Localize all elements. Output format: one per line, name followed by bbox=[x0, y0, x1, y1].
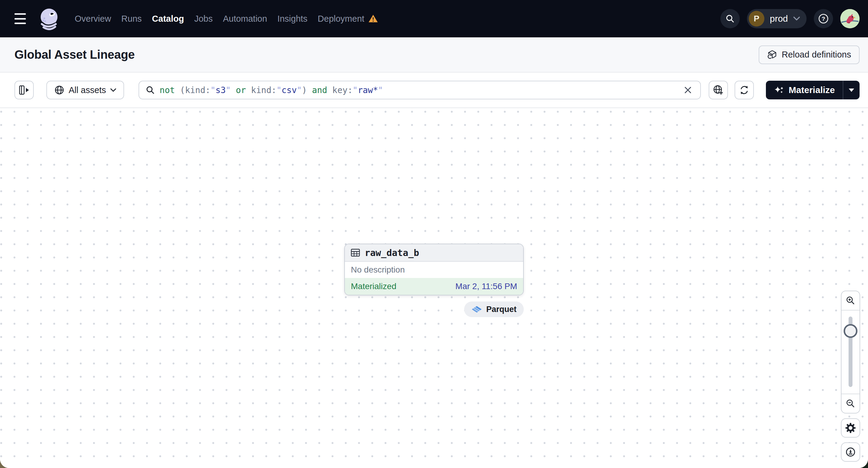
zoom-slider[interactable] bbox=[841, 311, 860, 394]
lineage-toolbar: All assets not (kind:"s3" or kind:"csv")… bbox=[0, 72, 868, 108]
environment-avatar: P bbox=[749, 11, 765, 27]
asset-node-group: raw_data_b No description Materialized M… bbox=[344, 244, 524, 317]
chevron-down-icon bbox=[110, 88, 116, 92]
page-header: Global Asset Lineage Reload definitions bbox=[0, 37, 868, 72]
asset-filter-input[interactable]: not (kind:"s3" or kind:"csv") and key:"r… bbox=[138, 81, 701, 99]
page-title: Global Asset Lineage bbox=[14, 48, 135, 61]
gear-icon bbox=[845, 423, 856, 433]
help-button[interactable]: ? bbox=[814, 9, 833, 28]
nav-item-deployment[interactable]: Deployment bbox=[318, 14, 378, 24]
table-icon bbox=[350, 248, 361, 258]
zoom-controls bbox=[841, 291, 860, 413]
clear-filter-button[interactable] bbox=[682, 84, 693, 96]
asset-status-row: Materialized Mar 2, 11:56 PM bbox=[345, 278, 523, 295]
zoom-out-button[interactable] bbox=[841, 394, 860, 413]
asset-scope-dropdown[interactable]: All assets bbox=[46, 81, 124, 99]
download-icon bbox=[845, 447, 856, 457]
canvas-settings-button[interactable] bbox=[841, 418, 860, 438]
download-graph-button[interactable] bbox=[841, 442, 860, 462]
search-icon bbox=[146, 86, 155, 95]
lineage-canvas[interactable]: raw_data_b No description Materialized M… bbox=[0, 108, 868, 468]
search-icon bbox=[725, 14, 735, 24]
sparkle-icon bbox=[774, 86, 784, 95]
nav-item-automation[interactable]: Automation bbox=[223, 14, 267, 24]
materialize-button[interactable]: Materialize bbox=[766, 81, 843, 99]
asset-name: raw_data_b bbox=[365, 248, 419, 258]
reload-cube-icon bbox=[767, 50, 777, 60]
nav-item-jobs[interactable]: Jobs bbox=[194, 14, 213, 24]
materialize-options-dropdown[interactable] bbox=[843, 81, 860, 99]
globe-icon bbox=[54, 85, 64, 95]
main-nav: Overview Runs Catalog Jobs Automation In… bbox=[75, 14, 378, 24]
nav-item-catalog[interactable]: Catalog bbox=[152, 14, 184, 24]
cardinal-bird-avatar-icon bbox=[840, 9, 860, 28]
user-avatar[interactable] bbox=[840, 9, 860, 28]
materialize-split-button: Materialize bbox=[766, 81, 860, 99]
nav-item-insights[interactable]: Insights bbox=[277, 14, 308, 24]
dagster-logo-icon bbox=[37, 7, 61, 31]
zoom-in-icon bbox=[846, 296, 855, 305]
menu-hamburger-icon[interactable] bbox=[14, 13, 28, 25]
top-navbar: Overview Runs Catalog Jobs Automation In… bbox=[0, 0, 868, 37]
zoom-slider-knob[interactable] bbox=[844, 324, 858, 338]
warning-triangle-icon bbox=[368, 14, 378, 23]
status-badge: Materialized bbox=[351, 282, 396, 291]
parquet-icon bbox=[471, 305, 482, 313]
environment-switcher[interactable]: P prod bbox=[747, 9, 807, 28]
zoom-in-button[interactable] bbox=[841, 291, 860, 311]
asset-description: No description bbox=[345, 262, 523, 278]
dagster-app: Overview Runs Catalog Jobs Automation In… bbox=[0, 0, 868, 468]
reload-definitions-button[interactable]: Reload definitions bbox=[759, 45, 860, 64]
chevron-down-icon bbox=[793, 17, 800, 21]
new-scope-globe-button[interactable] bbox=[709, 81, 728, 99]
zoom-out-icon bbox=[846, 399, 855, 408]
caret-down-icon bbox=[849, 89, 854, 92]
svg-text:?: ? bbox=[822, 15, 825, 22]
nav-item-runs[interactable]: Runs bbox=[121, 14, 142, 24]
asset-node-header: raw_data_b bbox=[345, 244, 523, 262]
question-mark-icon: ? bbox=[818, 13, 829, 24]
filter-query-text: not (kind:"s3" or kind:"csv") and key:"r… bbox=[160, 85, 383, 95]
kind-tag-parquet[interactable]: Parquet bbox=[464, 302, 524, 317]
asset-node-raw-data-b[interactable]: raw_data_b No description Materialized M… bbox=[344, 244, 524, 295]
nav-item-overview[interactable]: Overview bbox=[75, 14, 111, 24]
refresh-sync-icon bbox=[739, 85, 749, 95]
refresh-button[interactable] bbox=[735, 81, 754, 99]
materialized-timestamp[interactable]: Mar 2, 11:56 PM bbox=[455, 282, 517, 291]
close-icon bbox=[684, 86, 692, 94]
panel-expand-icon bbox=[19, 85, 30, 95]
open-sidebar-panel-button[interactable] bbox=[14, 81, 34, 99]
globe-plus-icon bbox=[713, 85, 724, 95]
environment-name: prod bbox=[770, 13, 788, 24]
global-search-button[interactable] bbox=[720, 9, 740, 28]
